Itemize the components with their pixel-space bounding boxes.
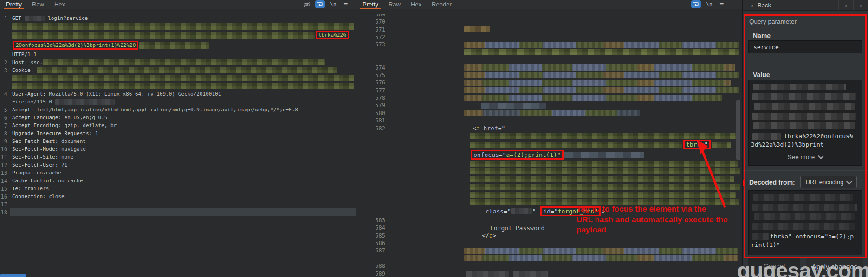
redacted-blur [753,194,853,201]
line-number: 7 [0,122,10,129]
tab-response-raw[interactable]: Raw [383,0,406,9]
code-token: Accept: [12,107,37,113]
code-row [356,183,742,190]
code-token [480,125,484,132]
code-token: Firefox/115.0 [12,99,55,105]
redacted-blur [464,248,738,254]
redacted-blur [12,75,354,81]
editor-menu-icon[interactable]: ≡ [718,0,726,8]
response-editor[interactable]: 5695705715725735745755765775785795805815… [356,9,742,277]
code-row: 16Connection: close [0,193,356,200]
code-row: 589 [356,270,742,277]
encoding-dropdown[interactable]: URL encoding [800,176,857,188]
indent [393,251,464,251]
request-editor[interactable]: 1GET login?service=tbrka%22%20onfocus%3d… [0,9,356,277]
annotation-arrowhead [743,179,744,187]
code-row [356,191,742,198]
param-name-input[interactable] [748,40,862,53]
redacted-blur [55,99,115,105]
code-token: sso. [31,59,43,65]
redacted-blur [752,113,856,120]
show-newlines-icon[interactable]: \n [705,0,713,8]
tab-request-pretty[interactable]: Pretty [1,0,27,9]
code-token: Te: [12,186,25,192]
redacted-blur [12,23,354,30]
vertical-scrollbar-thumb[interactable] [736,100,740,160]
line-number: 8 [0,130,10,137]
redacted-blur [752,233,769,240]
burp-repeater-window: Pretty Raw Hex \n ≡ 1GET login?service=t… [0,0,868,277]
tab-response-render[interactable]: Render [427,0,457,9]
code-token: User-Agent: [12,91,49,97]
code-row: 569 [356,14,742,18]
line-number: 569 [356,14,389,18]
next-item-button[interactable]: › [853,0,868,10]
code-row: 20onfocus%3d%22a%3d(2)%3bprint(1)%22%20 [0,40,356,51]
indent [393,105,481,106]
line-number: 4 [0,91,10,97]
name-label: Name [753,32,771,39]
redacted-blur [12,32,315,39]
tab-response-pretty[interactable]: Pretty [357,0,383,9]
code-token: no-cache [37,170,61,176]
code-token: > [492,232,496,239]
code-token: tbrka [686,141,704,148]
code-row: 6Accept-Language: en-US,en;q=0.5 [0,114,356,122]
indent [393,98,464,98]
tab-request-raw[interactable]: Raw [27,0,49,9]
see-more-button[interactable]: See more [743,154,868,161]
back-button[interactable]: ‹ Back [743,2,771,9]
code-token: =" [504,208,511,215]
value-text-line: 3d%22a%3d(2)%3bprint [751,141,824,148]
show-newlines-icon[interactable]: \n [329,0,337,8]
line-number: 584 [356,225,389,231]
inspector-topbar: ‹ Back ‹ › [743,0,868,11]
code-token: trailers [25,186,49,192]
code-row [0,22,356,30]
param-value-box[interactable]: tbrka%22%20onfocus% 3d%22a%3d(2)%3bprint [748,80,862,166]
line-number: 571 [356,26,389,33]
tab-response-hex[interactable]: Hex [406,0,427,9]
code-token: =" [498,125,505,132]
redacted-blur [464,72,739,78]
code-token: document [61,138,86,144]
indent [393,211,486,212]
prev-item-button[interactable]: ‹ [838,0,853,10]
code-row: 14Cache-Control: no-cache [0,177,356,185]
code-row: 15Te: trailers [0,185,356,193]
code-token: Mozilla/5.0 (X11; Linux x86_64; rv:109.0… [49,91,221,97]
indent [509,273,513,274]
indent [393,187,470,187]
code-token: 20onfocus%3d%22a%3d(2)%3bprint(1)%22%20 [16,42,136,48]
horizontal-scrollbar-thumb[interactable] [0,274,26,277]
code-token: onfocus [473,151,499,158]
code-token: id [543,208,551,215]
hide-eye-icon[interactable] [303,0,311,8]
value-text-line: tbrka%22%20onfocus% [784,133,853,140]
decoded-value-box[interactable]: tbrka" onfocus="a=(2);p rint(1)" [748,190,862,255]
line-number: 18 [0,209,10,216]
line-number: 579 [356,102,389,109]
redacted-blur [12,83,354,89]
value-label: Value [753,71,770,78]
chevron-down-icon [818,153,824,159]
tab-request-hex[interactable]: Hex [49,0,70,9]
redacted-blur [753,122,855,129]
code-row: 1GET login?service= [0,14,356,22]
indent [393,155,470,155]
line-number: 2 [0,59,10,66]
word-wrap-icon[interactable] [315,0,325,8]
redacted-blur [511,208,532,214]
redacted-blur [470,192,736,198]
redacted-blur [470,184,740,190]
editor-menu-icon[interactable]: ≡ [342,0,350,8]
word-wrap-icon[interactable] [691,0,701,8]
redacted-blur [464,255,738,261]
code-token: HTTP/1.1 [12,52,37,58]
code-token: " [557,151,561,158]
line-number: 10 [0,146,10,153]
code-token: en-US,en;q=0.5 [65,115,108,121]
back-label: Back [758,2,771,9]
indent [393,90,464,90]
code-token: " [532,208,540,215]
